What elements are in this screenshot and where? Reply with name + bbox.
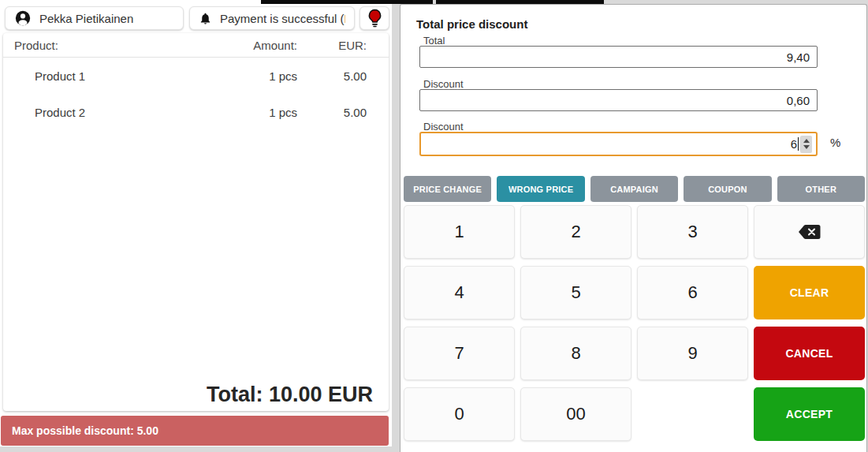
lightbulb-chip[interactable]	[359, 6, 389, 30]
clear-button[interactable]: CLEAR	[754, 266, 865, 319]
notification-chip[interactable]: Payment is successful (Rece...	[189, 6, 355, 30]
number-spinner[interactable]	[800, 136, 812, 153]
discount-amount-label: Discount	[423, 78, 464, 90]
col-header-eur: EUR:	[297, 39, 367, 52]
table-row[interactable]: Product 2 1 pcs 5.00	[3, 94, 389, 130]
key-7[interactable]: 7	[404, 327, 515, 380]
order-total: Total: 10.00 EUR	[207, 383, 373, 407]
key-1[interactable]: 1	[404, 205, 515, 259]
reason-button-row: PRICE CHANGE WRONG PRICE CAMPAIGN COUPON…	[404, 176, 865, 202]
spinner-up-icon[interactable]	[803, 139, 810, 143]
text-caret	[798, 137, 799, 151]
key-9[interactable]: 9	[637, 327, 748, 380]
key-6[interactable]: 6	[637, 266, 748, 319]
backspace-icon	[798, 224, 821, 240]
dialog-title: Total price discount	[416, 17, 527, 31]
key-00[interactable]: 00	[520, 387, 631, 441]
accept-button[interactable]: ACCEPT	[754, 387, 865, 441]
coupon-button[interactable]: COUPON	[684, 176, 771, 202]
total-field-label: Total	[423, 35, 445, 47]
col-header-product: Product:	[14, 39, 218, 52]
product-name: Product 2	[35, 106, 218, 119]
spinner-down-icon[interactable]	[803, 145, 810, 149]
key-5[interactable]: 5	[520, 266, 631, 319]
wrong-price-button[interactable]: WRONG PRICE	[497, 176, 584, 202]
backspace-button[interactable]	[754, 205, 865, 259]
cancel-button[interactable]: CANCEL	[754, 327, 865, 380]
product-list-card: Product: Amount: EUR: Product 1 1 pcs 5.…	[3, 33, 389, 411]
max-discount-banner: Max possible discount: 5.00	[1, 416, 389, 446]
user-chip[interactable]: Pekka Pietikainen	[5, 6, 184, 30]
product-price: 5.00	[297, 106, 367, 119]
notification-text: Payment is successful (Rece...	[220, 12, 345, 25]
key-2[interactable]: 2	[520, 205, 631, 259]
key-3[interactable]: 3	[637, 205, 748, 259]
discount-percent-input[interactable]: 6	[419, 132, 818, 156]
discount-dialog: Total price discount Total Discount Disc…	[400, 4, 867, 452]
total-input[interactable]	[419, 46, 818, 68]
keypad-empty-cell	[637, 387, 748, 441]
discount-amount-input[interactable]	[419, 89, 818, 111]
product-price: 5.00	[297, 69, 367, 83]
campaign-button[interactable]: CAMPAIGN	[590, 176, 678, 202]
price-change-button[interactable]: PRICE CHANGE	[404, 176, 491, 202]
discount-percent-value: 6	[791, 137, 797, 151]
key-0[interactable]: 0	[404, 387, 515, 441]
col-header-amount: Amount:	[218, 39, 297, 52]
other-button[interactable]: OTHER	[777, 176, 865, 202]
product-amount: 1 pcs	[218, 106, 297, 119]
lightbulb-icon	[367, 9, 382, 28]
key-8[interactable]: 8	[520, 327, 631, 380]
bell-icon	[199, 11, 212, 26]
table-row[interactable]: Product 1 1 pcs 5.00	[3, 58, 389, 94]
table-header: Product: Amount: EUR:	[3, 33, 389, 58]
discount-percent-label: Discount	[423, 121, 464, 133]
max-discount-text: Max possible discount: 5.00	[12, 424, 158, 437]
numeric-keypad: 1 2 3 4 5 6 CLEAR 7 8 9 CANCEL 0 00 ACCE…	[404, 205, 865, 441]
user-name: Pekka Pietikainen	[39, 12, 133, 25]
key-4[interactable]: 4	[404, 266, 515, 319]
percent-suffix: %	[830, 136, 840, 149]
account-circle-icon	[14, 9, 32, 27]
product-amount: 1 pcs	[218, 69, 297, 83]
product-name: Product 1	[35, 69, 218, 83]
